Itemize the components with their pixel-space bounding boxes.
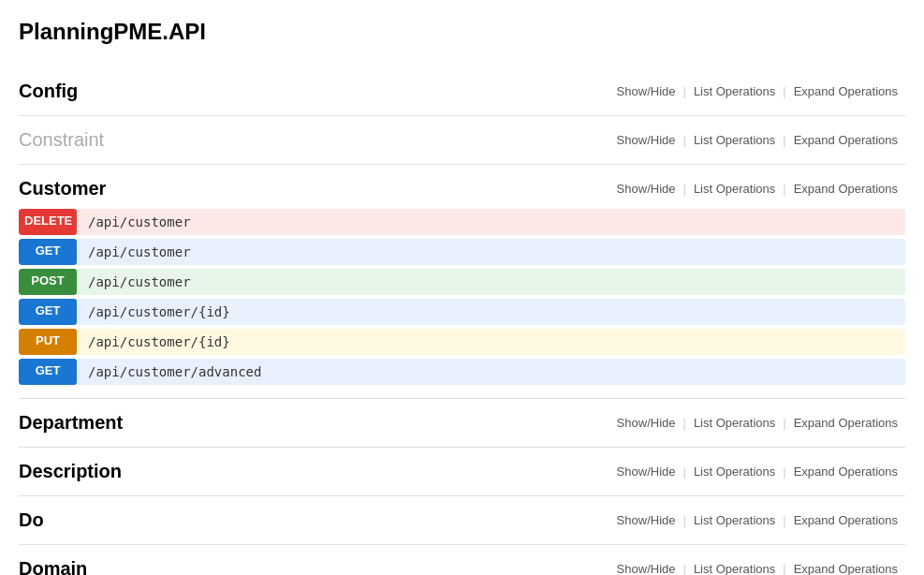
operation-row[interactable]: PUT/api/customer/{id}: [19, 329, 905, 355]
section-header-customer: CustomerShow/Hide | List Operations | Ex…: [19, 174, 905, 203]
section-title-constraint[interactable]: Constraint: [19, 129, 104, 151]
list-operations-link-do[interactable]: List Operations: [686, 513, 783, 527]
method-badge-get-1[interactable]: GET: [19, 239, 77, 265]
expand-operations-link-customer[interactable]: Expand Operations: [786, 182, 905, 196]
section-title-domain[interactable]: Domain: [19, 558, 87, 575]
operations-list-customer: DELETE/api/customerGET/api/customerPOST/…: [19, 209, 905, 385]
operation-row[interactable]: GET/api/customer/advanced: [19, 359, 905, 385]
section-actions-do: Show/Hide | List Operations | Expand Ope…: [609, 513, 905, 527]
method-badge-get-3[interactable]: GET: [19, 299, 77, 325]
section-title-config[interactable]: Config: [19, 81, 78, 102]
section-actions-description: Show/Hide | List Operations | Expand Ope…: [609, 464, 905, 479]
list-operations-link-department[interactable]: List Operations: [686, 416, 783, 430]
section-description: DescriptionShow/Hide | List Operations |…: [19, 448, 905, 496]
method-badge-put-4[interactable]: PUT: [19, 329, 77, 355]
list-operations-link-description[interactable]: List Operations: [686, 464, 783, 479]
section-department: DepartmentShow/Hide | List Operations | …: [19, 399, 905, 448]
expand-operations-link-constraint[interactable]: Expand Operations: [786, 133, 905, 147]
list-operations-link-constraint[interactable]: List Operations: [686, 133, 783, 147]
section-title-customer[interactable]: Customer: [19, 178, 106, 199]
expand-operations-link-config[interactable]: Expand Operations: [786, 84, 905, 98]
show-hide-link-config[interactable]: Show/Hide: [609, 84, 683, 98]
operation-path-2[interactable]: /api/customer: [77, 269, 905, 295]
section-do: DoShow/Hide | List Operations | Expand O…: [19, 496, 905, 545]
show-hide-link-constraint[interactable]: Show/Hide: [609, 133, 683, 147]
section-header-constraint: ConstraintShow/Hide | List Operations | …: [19, 125, 905, 155]
app-title: PlanningPME.API: [19, 19, 905, 45]
section-domain: DomainShow/Hide | List Operations | Expa…: [19, 545, 905, 575]
operation-path-3[interactable]: /api/customer/{id}: [77, 299, 905, 325]
expand-operations-link-description[interactable]: Expand Operations: [786, 464, 905, 479]
expand-operations-link-domain[interactable]: Expand Operations: [786, 562, 905, 575]
method-badge-post-2[interactable]: POST: [19, 269, 77, 295]
operation-path-1[interactable]: /api/customer: [77, 239, 905, 265]
expand-operations-link-department[interactable]: Expand Operations: [786, 416, 905, 430]
show-hide-link-department[interactable]: Show/Hide: [609, 416, 683, 430]
show-hide-link-do[interactable]: Show/Hide: [609, 513, 683, 527]
section-config: ConfigShow/Hide | List Operations | Expa…: [19, 67, 905, 116]
show-hide-link-description[interactable]: Show/Hide: [609, 464, 683, 479]
section-header-department: DepartmentShow/Hide | List Operations | …: [19, 408, 905, 437]
section-title-department[interactable]: Department: [19, 412, 123, 434]
operation-row[interactable]: DELETE/api/customer: [19, 209, 905, 235]
section-actions-department: Show/Hide | List Operations | Expand Ope…: [609, 416, 905, 430]
list-operations-link-customer[interactable]: List Operations: [686, 182, 783, 196]
section-title-description[interactable]: Description: [19, 461, 122, 482]
method-badge-get-5[interactable]: GET: [19, 359, 77, 385]
section-actions-constraint: Show/Hide | List Operations | Expand Ope…: [609, 133, 905, 147]
expand-operations-link-do[interactable]: Expand Operations: [786, 513, 905, 527]
section-actions-config: Show/Hide | List Operations | Expand Ope…: [609, 84, 905, 98]
show-hide-link-customer[interactable]: Show/Hide: [609, 182, 683, 196]
operation-row[interactable]: GET/api/customer/{id}: [19, 299, 905, 325]
section-customer: CustomerShow/Hide | List Operations | Ex…: [19, 165, 905, 399]
list-operations-link-domain[interactable]: List Operations: [686, 562, 783, 575]
operation-row[interactable]: GET/api/customer: [19, 239, 905, 265]
section-header-domain: DomainShow/Hide | List Operations | Expa…: [19, 554, 905, 575]
operation-path-0[interactable]: /api/customer: [77, 209, 905, 235]
section-actions-customer: Show/Hide | List Operations | Expand Ope…: [609, 182, 905, 196]
section-actions-domain: Show/Hide | List Operations | Expand Ope…: [609, 562, 905, 575]
list-operations-link-config[interactable]: List Operations: [686, 84, 783, 98]
section-header-description: DescriptionShow/Hide | List Operations |…: [19, 457, 905, 486]
operation-row[interactable]: POST/api/customer: [19, 269, 905, 295]
operation-path-5[interactable]: /api/customer/advanced: [77, 359, 905, 385]
show-hide-link-domain[interactable]: Show/Hide: [609, 562, 683, 575]
operation-path-4[interactable]: /api/customer/{id}: [77, 329, 905, 355]
section-header-do: DoShow/Hide | List Operations | Expand O…: [19, 506, 905, 535]
section-constraint: ConstraintShow/Hide | List Operations | …: [19, 116, 905, 165]
section-title-do[interactable]: Do: [19, 509, 44, 531]
method-badge-delete-0[interactable]: DELETE: [19, 209, 77, 235]
section-header-config: ConfigShow/Hide | List Operations | Expa…: [19, 77, 905, 106]
